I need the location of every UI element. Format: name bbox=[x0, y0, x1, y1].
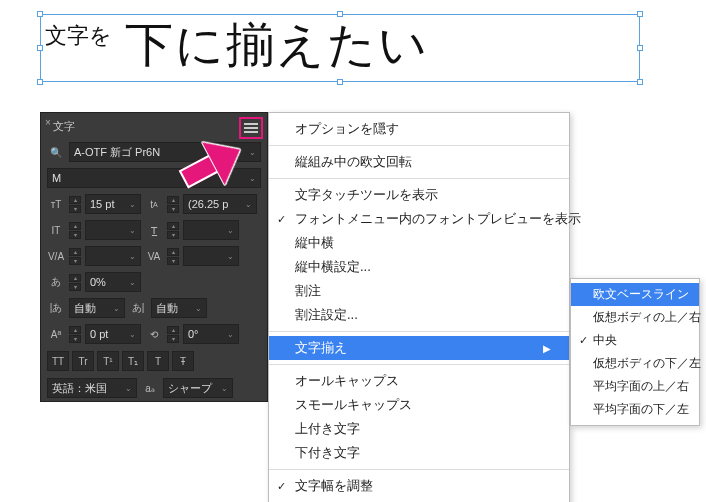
menu-all-caps[interactable]: オールキャップス bbox=[269, 369, 569, 393]
menu-touch-tool[interactable]: 文字タッチツールを表示 bbox=[269, 183, 569, 207]
antialias-value: シャープ bbox=[168, 381, 212, 396]
check-icon: ✓ bbox=[277, 480, 286, 493]
baseline-shift-stepper[interactable]: ▴▾ bbox=[69, 326, 81, 343]
menu-label: 平均字面の上／右 bbox=[593, 378, 689, 395]
baseline-shift-value: 0 pt bbox=[90, 328, 108, 340]
submenu-roman-baseline[interactable]: 欧文ベースライン bbox=[571, 283, 699, 306]
submenu-center[interactable]: ✓中央 bbox=[571, 329, 699, 352]
char-rotation-stepper[interactable]: ▴▾ bbox=[167, 326, 179, 343]
menu-tcy[interactable]: 縦中横 bbox=[269, 231, 569, 255]
menu-label: 縦中横設定... bbox=[295, 258, 371, 276]
menu-label: 中央 bbox=[593, 332, 617, 349]
hscale-input[interactable]: ⌄ bbox=[183, 220, 239, 240]
menu-label: 縦中横 bbox=[295, 234, 334, 252]
check-icon: ✓ bbox=[277, 213, 286, 226]
menu-separator bbox=[269, 469, 569, 470]
menu-tatechuyoko[interactable]: 縦組み中の欧文回転 bbox=[269, 150, 569, 174]
menu-label: 欧文ベースライン bbox=[593, 286, 689, 303]
antialias-select[interactable]: シャープ⌄ bbox=[163, 378, 233, 398]
aki-right-icon: あ| bbox=[129, 299, 147, 317]
menu-warichu[interactable]: 割注 bbox=[269, 279, 569, 303]
panel-tab-character[interactable]: 文字 bbox=[47, 117, 81, 136]
antialias-icon: aₐ bbox=[141, 379, 159, 397]
menu-hide-options[interactable]: オプションを隠す bbox=[269, 117, 569, 141]
tsume-icon: あ bbox=[47, 273, 65, 291]
tracking-input[interactable]: ⌄ bbox=[183, 246, 239, 266]
menu-label: スモールキャップス bbox=[295, 396, 412, 414]
font-size-value: 15 pt bbox=[90, 198, 114, 210]
panel-flyout-menu: オプションを隠す 縦組み中の欧文回転 文字タッチツールを表示 ✓フォントメニュー… bbox=[268, 112, 570, 502]
baseline-shift-icon: Aª bbox=[47, 325, 65, 343]
tsume-stepper[interactable]: ▴▾ bbox=[69, 274, 81, 291]
menu-subscript[interactable]: 下付き文字 bbox=[269, 441, 569, 465]
character-alignment-submenu: 欧文ベースライン 仮想ボディの上／右 ✓中央 仮想ボディの下／左 平均字面の上／… bbox=[570, 278, 700, 426]
aki-left-icon: |あ bbox=[47, 299, 65, 317]
aki-left-select[interactable]: 自動⌄ bbox=[69, 298, 125, 318]
font-style-value: M bbox=[52, 172, 61, 184]
menu-label: 文字幅を調整 bbox=[295, 477, 373, 495]
menu-label: オプションを隠す bbox=[295, 120, 399, 138]
font-size-stepper[interactable]: ▴▾ bbox=[69, 196, 81, 213]
menu-label: 仮想ボディの下／左 bbox=[593, 355, 701, 372]
tsume-input[interactable]: 0%⌄ bbox=[85, 272, 141, 292]
char-rotation-input[interactable]: 0°⌄ bbox=[183, 324, 239, 344]
hscale-stepper[interactable]: ▴▾ bbox=[167, 222, 179, 239]
submenu-icf-bottom[interactable]: 平均字面の下／左 bbox=[571, 398, 699, 421]
panel-close-icon[interactable]: × bbox=[45, 117, 51, 128]
menu-label: 仮想ボディの上／右 bbox=[593, 309, 701, 326]
hamburger-icon bbox=[244, 127, 258, 129]
strikethrough-button[interactable]: Ŧ bbox=[172, 351, 194, 371]
search-icon: 🔍 bbox=[47, 143, 65, 161]
menu-label: 下付き文字 bbox=[295, 444, 360, 462]
menu-label: 文字揃え bbox=[295, 339, 347, 357]
menu-separator bbox=[269, 178, 569, 179]
submenu-icf-top[interactable]: 平均字面の上／右 bbox=[571, 375, 699, 398]
menu-warichu-settings[interactable]: 割注設定... bbox=[269, 303, 569, 327]
menu-font-preview[interactable]: ✓フォントメニュー内のフォントプレビューを表示 bbox=[269, 207, 569, 231]
menu-label: 上付き文字 bbox=[295, 420, 360, 438]
menu-label: 割注設定... bbox=[295, 306, 358, 324]
vscale-input[interactable]: ⌄ bbox=[85, 220, 141, 240]
font-size-icon: тT bbox=[47, 195, 65, 213]
vscale-stepper[interactable]: ▴▾ bbox=[69, 222, 81, 239]
panel-menu-button[interactable] bbox=[239, 117, 263, 139]
kerning-icon: V/A bbox=[47, 247, 65, 265]
menu-label: 割注 bbox=[295, 282, 321, 300]
tracking-stepper[interactable]: ▴▾ bbox=[167, 248, 179, 265]
menu-separator bbox=[269, 145, 569, 146]
char-rotation-value: 0° bbox=[188, 328, 199, 340]
menu-small-caps[interactable]: スモールキャップス bbox=[269, 393, 569, 417]
menu-separator bbox=[269, 364, 569, 365]
baseline-shift-input[interactable]: 0 pt⌄ bbox=[85, 324, 141, 344]
allcaps-button[interactable]: TT bbox=[47, 351, 69, 371]
font-size-input[interactable]: 15 pt⌄ bbox=[85, 194, 141, 214]
kerning-input[interactable]: ⌄ bbox=[85, 246, 141, 266]
menu-tcy-settings[interactable]: 縦中横設定... bbox=[269, 255, 569, 279]
leading-icon: tA bbox=[145, 195, 163, 213]
menu-character-alignment[interactable]: 文字揃え▶ bbox=[269, 336, 569, 360]
menu-system-layout[interactable]: システムレイアウト bbox=[269, 498, 569, 502]
submenu-em-bottom[interactable]: 仮想ボディの下／左 bbox=[571, 352, 699, 375]
menu-label: オールキャップス bbox=[295, 372, 399, 390]
underline-button[interactable]: T bbox=[147, 351, 169, 371]
char-rotation-icon: ⟲ bbox=[145, 325, 163, 343]
tsume-value: 0% bbox=[90, 276, 106, 288]
superscript-button[interactable]: T¹ bbox=[97, 351, 119, 371]
submenu-em-top[interactable]: 仮想ボディの上／右 bbox=[571, 306, 699, 329]
smallcaps-button[interactable]: Tr bbox=[72, 351, 94, 371]
vscale-icon: IT bbox=[47, 221, 65, 239]
language-select[interactable]: 英語：米国⌄ bbox=[47, 378, 137, 398]
leading-stepper[interactable]: ▴▾ bbox=[167, 196, 179, 213]
menu-label: 縦組み中の欧文回転 bbox=[295, 153, 412, 171]
aki-right-select[interactable]: 自動⌄ bbox=[151, 298, 207, 318]
subscript-button[interactable]: T₁ bbox=[122, 351, 144, 371]
menu-label: 平均字面の下／左 bbox=[593, 401, 689, 418]
sample-text-small: 文字を bbox=[45, 21, 112, 51]
submenu-arrow-icon: ▶ bbox=[543, 343, 551, 354]
menu-superscript[interactable]: 上付き文字 bbox=[269, 417, 569, 441]
menu-adjust-width[interactable]: ✓文字幅を調整 bbox=[269, 474, 569, 498]
sample-text-large: 下に揃えたい bbox=[125, 13, 429, 77]
text-frame[interactable]: 文字を 下に揃えたい bbox=[40, 14, 640, 82]
menu-label: 文字タッチツールを表示 bbox=[295, 186, 438, 204]
kerning-stepper[interactable]: ▴▾ bbox=[69, 248, 81, 265]
